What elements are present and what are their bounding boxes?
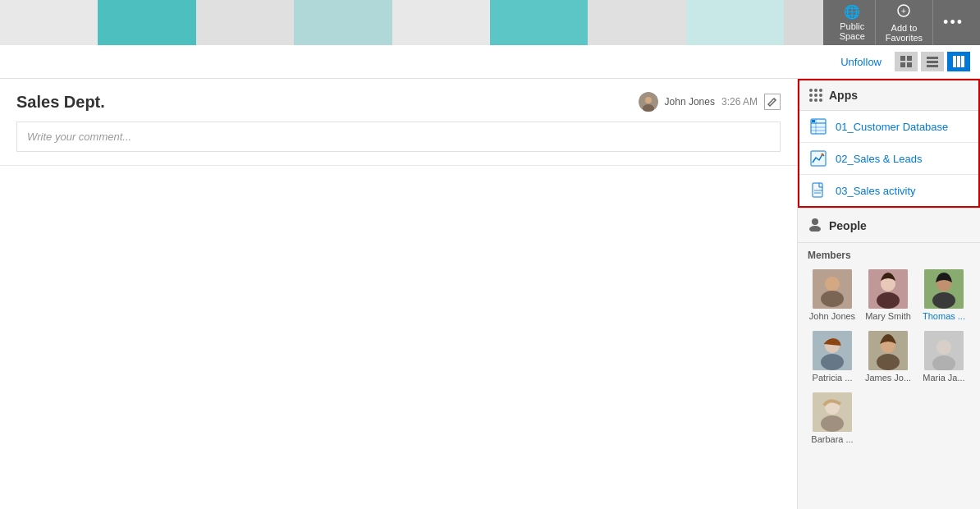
post-title: Sales Dept. — [16, 93, 639, 112]
more-options-button[interactable]: ••• — [933, 0, 973, 45]
svg-point-30 — [821, 291, 844, 307]
more-options-icon: ••• — [943, 14, 964, 31]
svg-rect-7 — [927, 61, 938, 63]
member-avatar-barbara — [813, 392, 852, 432]
svg-point-48 — [821, 415, 844, 432]
list-view-button[interactable] — [921, 52, 944, 71]
member-name-mary-smith: Mary Smith — [865, 311, 911, 321]
people-section-title: People — [829, 219, 867, 232]
unfollow-button[interactable]: Unfollow — [840, 56, 882, 68]
people-section-header: People — [798, 208, 980, 243]
edit-button[interactable] — [764, 94, 781, 110]
member-james[interactable]: James Jo... — [863, 331, 913, 383]
post-header: Sales Dept. John Jones 3:26 AM — [16, 92, 781, 112]
member-avatar-james — [868, 331, 908, 370]
column-view-button[interactable] — [947, 52, 970, 71]
content-area: Sales Dept. John Jones 3:26 AM — [0, 79, 798, 509]
doc-icon — [809, 181, 827, 199]
svg-rect-11 — [961, 56, 964, 67]
member-patricia[interactable]: Patricia ... — [808, 331, 857, 383]
member-avatar-thomas — [924, 269, 964, 309]
svg-rect-9 — [953, 56, 956, 67]
members-label: Members — [798, 243, 980, 264]
svg-rect-6 — [927, 57, 938, 59]
app2-name: 02_Sales & Leads — [836, 153, 923, 165]
view-toggle — [895, 52, 970, 71]
svg-point-27 — [809, 226, 821, 232]
member-barbara[interactable]: Barbara ... — [808, 392, 857, 444]
svg-point-22 — [822, 154, 824, 156]
member-avatar-mary-smith — [868, 269, 908, 309]
public-space-label: Public Space — [840, 21, 865, 41]
author-name: John Jones — [665, 96, 715, 108]
app1-name: 01_Customer Database — [836, 121, 948, 133]
globe-icon: 🌐 — [844, 4, 860, 20]
person-icon — [808, 217, 822, 234]
table-icon — [809, 117, 827, 135]
member-avatar-patricia — [813, 331, 852, 370]
grid-view-button[interactable] — [895, 52, 918, 71]
svg-point-13 — [645, 97, 652, 103]
svg-rect-23 — [813, 183, 822, 197]
post-meta: John Jones 3:26 AM — [639, 92, 781, 112]
svg-point-39 — [821, 354, 844, 370]
svg-rect-5 — [907, 62, 912, 67]
svg-rect-2 — [900, 56, 905, 61]
member-maria[interactable]: Maria Ja... — [919, 331, 969, 383]
svg-rect-8 — [927, 65, 938, 67]
svg-rect-20 — [812, 120, 815, 122]
app3-name: 03_Sales activity — [836, 185, 916, 197]
svg-point-33 — [877, 292, 900, 309]
add-to-favorites-button[interactable]: + Add to Favorites — [876, 0, 933, 45]
app-item-sales-leads[interactable]: 02_Sales & Leads — [799, 143, 978, 175]
author-avatar — [639, 92, 658, 112]
header-actions-bar: 🌐 Public Space + Add to Favorites ••• — [823, 0, 980, 45]
member-name-maria: Maria Ja... — [923, 373, 964, 383]
post-timestamp: 3:26 AM — [721, 96, 758, 108]
apps-section-title: Apps — [829, 89, 858, 102]
member-name-barbara: Barbara ... — [811, 434, 853, 444]
member-mary-smith[interactable]: Mary Smith — [863, 269, 913, 321]
member-john-jones[interactable]: John Jones — [808, 269, 857, 321]
add-to-favorites-label: Add to Favorites — [886, 23, 923, 43]
svg-rect-3 — [907, 56, 912, 61]
apps-section-header: Apps — [799, 80, 978, 111]
svg-point-44 — [936, 340, 951, 355]
chart-icon — [809, 149, 827, 167]
members-row-2: Patricia ... James Jo... — [798, 326, 980, 387]
member-avatar-john-jones — [813, 269, 852, 309]
public-space-button[interactable]: 🌐 Public Space — [830, 0, 876, 45]
sidebar: Apps 01_Customer Database — [798, 79, 980, 509]
member-avatar-maria — [924, 331, 964, 370]
members-row-1: John Jones Mary Smith — [798, 264, 980, 326]
post-section: Sales Dept. John Jones 3:26 AM — [0, 79, 797, 166]
svg-rect-10 — [957, 56, 960, 67]
people-section: People Members John Jones — [798, 208, 980, 449]
members-row-3: Barbara ... — [798, 387, 980, 449]
comment-input[interactable]: Write your comment... — [16, 122, 781, 152]
main-layout: Sales Dept. John Jones 3:26 AM — [0, 79, 980, 509]
member-name-thomas: Thomas ... — [923, 311, 965, 321]
header-banner: 🌐 Public Space + Add to Favorites ••• — [0, 0, 980, 45]
svg-point-42 — [877, 354, 900, 370]
svg-rect-21 — [811, 151, 826, 166]
comment-placeholder: Write your comment... — [27, 131, 131, 143]
member-name-james: James Jo... — [865, 373, 911, 383]
svg-point-29 — [825, 277, 840, 291]
member-name-john-jones: John Jones — [809, 311, 855, 321]
app-item-customer-database[interactable]: 01_Customer Database — [799, 111, 978, 143]
toolbar-row: Unfollow — [0, 45, 980, 79]
svg-text:+: + — [902, 7, 907, 16]
app-item-sales-activity[interactable]: 03_Sales activity — [799, 175, 978, 206]
apps-section: Apps 01_Customer Database — [798, 79, 980, 208]
apps-grid-icon — [809, 89, 822, 102]
svg-point-36 — [932, 292, 955, 309]
star-icon: + — [896, 3, 911, 21]
member-name-patricia: Patricia ... — [813, 373, 853, 383]
svg-rect-4 — [900, 62, 905, 67]
member-thomas[interactable]: Thomas ... — [919, 269, 969, 321]
svg-point-26 — [812, 218, 818, 225]
